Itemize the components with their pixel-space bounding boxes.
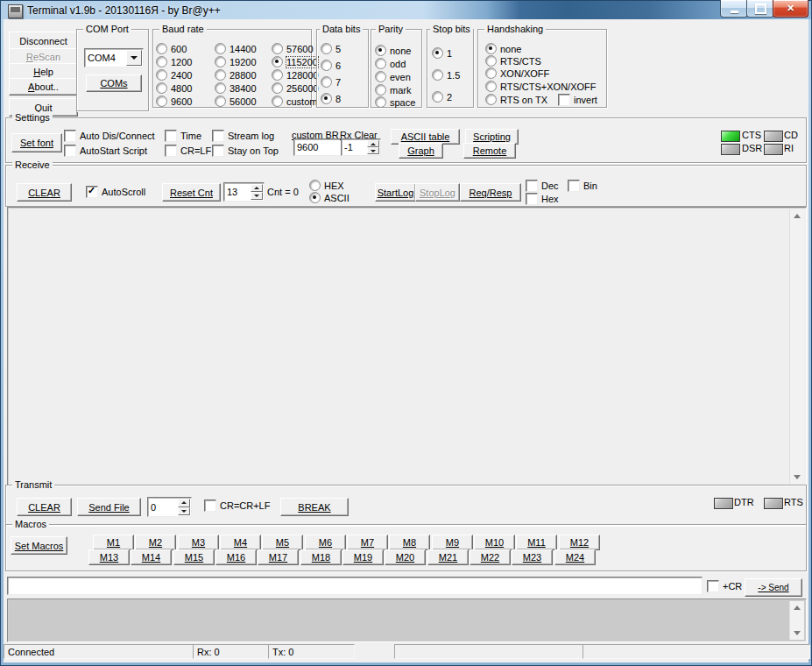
plus-cr-checkbox[interactable]: +CR: [707, 580, 742, 592]
macro-button-m6[interactable]: M6: [305, 535, 346, 550]
baud-option[interactable]: 9600: [156, 96, 192, 107]
macro-button-m7[interactable]: M7: [347, 535, 388, 550]
hex-mode-option[interactable]: HEX: [309, 180, 344, 191]
baud-option[interactable]: custom: [272, 96, 317, 107]
chevron-down-icon[interactable]: [126, 50, 142, 66]
macro-button-m1[interactable]: M1: [93, 535, 134, 550]
cr-crlf-checkbox[interactable]: CR=CR+LF: [204, 499, 270, 512]
stay-on-top-checkbox[interactable]: Stay on Top: [212, 145, 279, 157]
send-file-button[interactable]: Send File: [77, 498, 141, 516]
handshaking-option[interactable]: RTS/CTS: [485, 55, 541, 67]
coms-button[interactable]: COMs: [86, 74, 142, 92]
spinner-buttons[interactable]: [251, 184, 263, 200]
macro-button-m9[interactable]: M9: [432, 535, 473, 550]
hex-checkbox[interactable]: Hex: [526, 193, 559, 205]
baud-option[interactable]: 57600: [272, 43, 314, 54]
close-button[interactable]: [773, 0, 808, 18]
title-bar[interactable]: Terminal v1.9b - 20130116Я - by Br@y++: [1, 1, 811, 19]
disconnect-button[interactable]: Disconnect: [9, 32, 78, 50]
spin-up-icon[interactable]: [178, 499, 190, 507]
graph-button[interactable]: Graph: [399, 143, 443, 159]
baud-option[interactable]: 38400: [215, 82, 257, 94]
macro-button-m24[interactable]: M24: [554, 549, 596, 565]
macro-button-m17[interactable]: M17: [258, 549, 299, 565]
baud-option-selected[interactable]: 115200: [272, 56, 318, 67]
baud-option[interactable]: 56000: [215, 96, 257, 107]
macro-button-m2[interactable]: M2: [135, 535, 176, 550]
send-button[interactable]: -> Send: [745, 578, 802, 597]
invert-checkbox[interactable]: invert: [558, 94, 597, 106]
receive-scrollbar[interactable]: [789, 209, 804, 484]
transmit-history-scrollbar[interactable]: [789, 601, 804, 640]
macro-button-m5[interactable]: M5: [262, 535, 303, 550]
macro-button-m12[interactable]: M12: [559, 535, 600, 550]
minimize-button[interactable]: [720, 0, 748, 18]
data-bits-option[interactable]: 6: [321, 60, 341, 71]
parity-option[interactable]: mark: [375, 84, 411, 96]
parity-option[interactable]: even: [375, 71, 411, 82]
scroll-down-icon[interactable]: [794, 631, 801, 635]
parity-option[interactable]: odd: [375, 58, 406, 69]
spinner-buttons[interactable]: [178, 499, 190, 515]
baud-option[interactable]: 4800: [156, 82, 192, 94]
com-port-dropdown[interactable]: COM4: [84, 48, 144, 67]
transmit-clear-button[interactable]: CLEAR: [17, 498, 72, 516]
data-bits-option-selected[interactable]: 8: [321, 93, 341, 104]
baud-option[interactable]: 600: [156, 43, 187, 54]
autoscroll-checkbox[interactable]: AutoScroll: [86, 186, 145, 198]
baud-option[interactable]: 128000: [272, 69, 319, 81]
spin-down-icon[interactable]: [367, 147, 379, 154]
set-macros-button[interactable]: Set Macros: [11, 536, 67, 555]
req-resp-button[interactable]: Req/Resp: [460, 183, 521, 202]
rx-clear-spinner[interactable]: -1: [341, 138, 381, 156]
handshaking-option[interactable]: XON/XOFF: [485, 67, 549, 79]
macro-button-m19[interactable]: M19: [342, 549, 384, 565]
baud-option[interactable]: 28800: [215, 69, 257, 81]
ascii-mode-option-selected[interactable]: ASCII: [309, 192, 350, 203]
macro-button-m13[interactable]: M13: [88, 549, 130, 565]
custom-br-input[interactable]: 9600: [293, 138, 342, 156]
send-input[interactable]: [7, 577, 703, 595]
macro-button-m23[interactable]: M23: [512, 549, 553, 565]
spin-up-icon[interactable]: [367, 140, 379, 147]
macro-button-m14[interactable]: M14: [131, 549, 172, 565]
macro-button-m4[interactable]: M4: [220, 535, 261, 550]
set-font-button[interactable]: Set font: [11, 133, 62, 152]
handshaking-option[interactable]: RTS on TX: [485, 94, 547, 105]
baud-option[interactable]: 14400: [215, 43, 257, 54]
parity-option-selected[interactable]: none: [375, 45, 411, 56]
receive-count-spinner[interactable]: 13: [223, 182, 265, 202]
macro-button-m10[interactable]: M10: [474, 535, 515, 550]
stoplog-button[interactable]: StopLog: [415, 183, 460, 202]
macro-button-m3[interactable]: M3: [178, 535, 219, 550]
spin-up-icon[interactable]: [251, 184, 263, 192]
stream-log-checkbox[interactable]: Stream log: [212, 130, 274, 142]
macro-button-m22[interactable]: M22: [470, 549, 511, 565]
auto-disconnect-checkbox[interactable]: Auto Dis/Connect: [64, 130, 155, 142]
break-button[interactable]: BREAK: [280, 498, 349, 516]
transmit-count-spinner[interactable]: 0: [147, 497, 192, 517]
reset-cnt-button[interactable]: Reset Cnt: [162, 183, 221, 202]
baud-option[interactable]: 1200: [156, 56, 192, 67]
stop-bits-option-selected[interactable]: 1: [432, 47, 452, 59]
parity-option[interactable]: space: [375, 96, 415, 108]
receive-data-area[interactable]: [7, 207, 807, 486]
remote-button[interactable]: Remote: [463, 143, 516, 159]
spin-down-icon[interactable]: [251, 192, 263, 200]
maximize-button[interactable]: [746, 0, 774, 18]
cr-lf-checkbox[interactable]: CR=LF: [165, 145, 211, 157]
handshaking-option-selected[interactable]: none: [485, 43, 521, 54]
macro-button-m20[interactable]: M20: [385, 549, 426, 565]
baud-option[interactable]: 2400: [156, 69, 192, 81]
scroll-up-icon[interactable]: [794, 606, 801, 610]
macro-button-m18[interactable]: M18: [300, 549, 342, 565]
stop-bits-option[interactable]: 1.5: [432, 69, 460, 81]
about-button[interactable]: About..: [9, 78, 78, 96]
macro-button-m11[interactable]: M11: [516, 535, 557, 550]
dec-checkbox[interactable]: Dec: [526, 180, 559, 192]
baud-option[interactable]: 256000: [272, 82, 319, 94]
baud-option[interactable]: 19200: [215, 56, 257, 67]
stop-bits-option[interactable]: 2: [432, 91, 452, 103]
macro-button-m16[interactable]: M16: [215, 549, 257, 565]
time-checkbox[interactable]: Time: [165, 130, 201, 142]
